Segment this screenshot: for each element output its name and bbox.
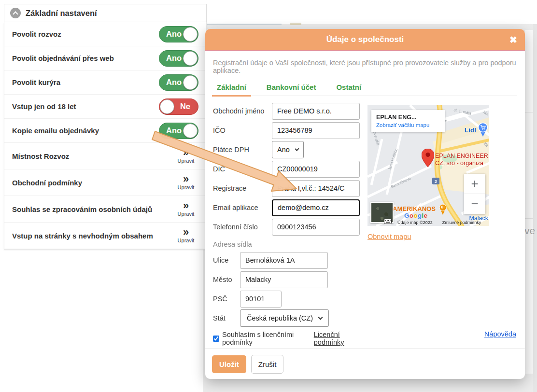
toggle-knob	[160, 99, 174, 114]
keyboard-shortcuts-icon[interactable]	[384, 219, 392, 224]
modal-title: Údaje o společnosti	[326, 35, 404, 44]
license-checkbox[interactable]	[213, 335, 219, 342]
ico-field[interactable]	[272, 122, 360, 139]
double-chevron-icon: »	[183, 175, 189, 183]
platce-dph-select[interactable]: Ano	[272, 141, 304, 158]
address-section-title: Adresa sídla	[213, 240, 364, 248]
setting-row-povolit-kuryra: Povolit kurýra Ano	[4, 70, 206, 95]
tab-bar: Základní Bankovní účet Ostatní	[213, 80, 517, 96]
toggle-vstup-18[interactable]: Ne	[159, 98, 198, 115]
settings-panel-header[interactable]: Základní nastavení	[4, 4, 207, 22]
modal-subtitle: Registrační údaje o Vaší společnosti, kt…	[213, 59, 517, 74]
map-zoom-controls: + −	[464, 174, 485, 214]
map-place-label: EPLAN ENGINEER CZ, sro - organiza	[435, 153, 488, 167]
settings-list: Povolit rozvoz Ano Povolit objednávání p…	[4, 22, 207, 250]
tab-zakladni[interactable]: Základní	[216, 80, 247, 96]
telefon-field[interactable]	[272, 219, 360, 236]
background-page-edge	[525, 30, 534, 374]
edit-obchodni-podminky-button[interactable]: » Upravit	[173, 175, 198, 190]
settings-panel-title: Základní nastavení	[26, 9, 97, 18]
map-place-name: EPLAN ENG...	[376, 114, 440, 121]
background-scroll-strip	[533, 24, 537, 392]
toggle-knob	[183, 51, 198, 66]
collapse-icon[interactable]	[10, 8, 21, 18]
settings-panel: Základní nastavení Povolit rozvoz Ano Po…	[4, 4, 207, 250]
tab-bankovni-ucet[interactable]: Bankovní účet	[266, 80, 317, 96]
cancel-button[interactable]: Zrušit	[251, 355, 284, 374]
obchodni-jmeno-field[interactable]	[272, 103, 360, 120]
restaurant-pin-icon[interactable]	[439, 204, 447, 215]
background-artifact	[207, 24, 282, 25]
double-chevron-icon: »	[183, 201, 189, 210]
license-terms-link[interactable]: Licenční podmínky	[314, 331, 364, 346]
chevron-down-icon	[318, 315, 323, 320]
double-chevron-icon: »	[183, 148, 189, 157]
lidl-poi[interactable]: Lidl	[465, 123, 488, 137]
setting-row-obchodni-podminky: Obchodní podmínky » Upravit	[4, 169, 206, 196]
background-clipped-text: ve	[524, 225, 535, 237]
google-logo: Google	[404, 212, 427, 219]
view-larger-map-link[interactable]: Zobraziť väčšiu mapu	[376, 122, 440, 128]
map-attribution: Údaje máp ©2022 Zmluvné podmienky	[397, 220, 481, 225]
setting-row-povolit-rozvoz: Povolit rozvoz Ano	[4, 22, 206, 46]
edit-mistnost-rozvoz-button[interactable]: » Upravit	[173, 148, 198, 164]
toggle-objednavani-web[interactable]: Ano	[159, 50, 198, 67]
map-info-card: EPLAN ENG... Zobraziť väčšiu mapu	[371, 110, 445, 132]
restaurant-label: AMERIKANOS	[393, 205, 436, 212]
shopping-cart-pin-icon	[478, 123, 488, 137]
psc-field[interactable]	[240, 291, 282, 308]
toggle-knob	[183, 75, 198, 90]
map-column: Slovenská Jána Hollého Bernolákova ul. 1…	[367, 102, 489, 346]
company-form: Obchodní jméno IČO Plátce DPH Ano DIČ	[213, 102, 364, 346]
zoom-out-button[interactable]: −	[464, 194, 485, 214]
setting-row-nevhodny-obsah: Vstup na stránky s nevhodným obsahem » U…	[4, 223, 206, 249]
double-chevron-icon: »	[183, 228, 189, 237]
setting-row-kopie-emailu: Kopie emailu objednávky Ano	[4, 119, 206, 143]
modal-header: Údaje o společnosti ✖	[205, 29, 525, 51]
mesto-field[interactable]	[240, 271, 328, 288]
route-badge: 2	[432, 178, 439, 184]
registrace-field[interactable]	[272, 180, 360, 197]
toggle-povolit-rozvoz[interactable]: Ano	[159, 26, 198, 42]
dic-field[interactable]	[272, 161, 360, 178]
toggle-knob	[183, 27, 198, 42]
red-map-pin-icon[interactable]	[422, 149, 434, 167]
toggle-povolit-kuryra[interactable]: Ano	[159, 74, 198, 91]
background-artifact	[290, 23, 301, 25]
modal-footer: Uložit Zrušit	[205, 349, 525, 379]
edit-nevhodny-obsah-button[interactable]: » Upravit	[173, 228, 198, 243]
help-link[interactable]: Nápověda	[484, 330, 516, 338]
toggle-knob	[183, 124, 198, 138]
chevron-down-icon	[295, 146, 299, 151]
refresh-map-link[interactable]: Obnovit mapu	[367, 233, 411, 240]
toggle-kopie-emailu[interactable]: Ano	[159, 123, 198, 139]
map-terms-link[interactable]: Zmluvné podmienky	[442, 220, 481, 225]
setting-row-objednavani-web: Povolit objednávání přes web Ano	[4, 46, 206, 70]
company-details-modal: Údaje o společnosti ✖ Registrační údaje …	[205, 29, 525, 379]
zoom-in-button[interactable]: +	[464, 174, 485, 194]
edit-souhlas-udaje-button[interactable]: » Upravit	[173, 201, 198, 217]
stat-select[interactable]: Česká republika (CZ)	[240, 309, 329, 327]
save-button[interactable]: Uložit	[212, 355, 246, 373]
email-aplikace-field[interactable]	[272, 199, 360, 216]
modal-body: Registrační údaje o Vaší společnosti, kt…	[205, 51, 525, 379]
ulice-field[interactable]	[240, 252, 328, 269]
close-icon[interactable]: ✖	[509, 34, 517, 45]
license-label: Souhlasím s licenčními podmínky	[222, 331, 311, 346]
google-map[interactable]: Slovenská Jána Hollého Bernolákova ul. 1…	[367, 105, 489, 226]
tab-ostatni[interactable]: Ostatní	[335, 80, 362, 96]
setting-row-mistnost-rozvoz: Místnost Rozvoz » Upravit	[4, 143, 206, 169]
setting-row-souhlas-udaje: Souhlas se zpracováním osobních údajů » …	[4, 196, 206, 223]
setting-row-vstup-18: Vstup jen od 18 let Ne	[4, 95, 206, 119]
